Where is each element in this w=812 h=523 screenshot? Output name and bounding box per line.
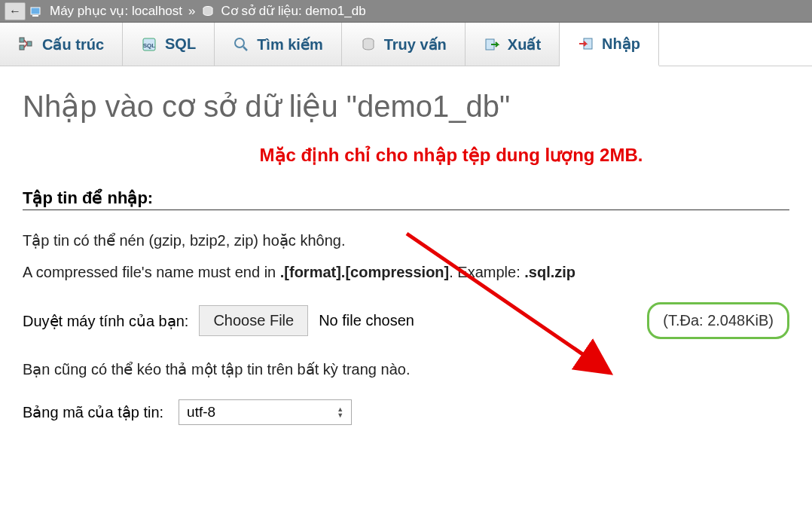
choose-file-button[interactable]: Choose File <box>199 305 308 336</box>
charset-value: utf-8 <box>187 404 215 421</box>
query-icon <box>360 36 377 53</box>
tab-import[interactable]: Nhập <box>560 23 659 66</box>
svg-rect-5 <box>27 41 32 46</box>
breadcrumb-server[interactable]: Máy phục vụ: localhost <box>50 3 182 19</box>
tab-label: Xuất <box>508 35 541 54</box>
tab-structure[interactable]: Cấu trúc <box>0 23 123 66</box>
tab-sql[interactable]: SQL SQL <box>123 23 215 66</box>
charset-row: Bảng mã của tập tin: utf-8 ▲▼ <box>23 399 789 425</box>
select-stepper-icon: ▲▼ <box>337 406 343 418</box>
file-input-row: Duyệt máy tính của bạn: Choose File No f… <box>23 302 789 339</box>
export-icon <box>484 36 500 53</box>
tab-label: Nhập <box>602 35 640 53</box>
tab-label: Truy vấn <box>384 35 447 54</box>
breadcrumb-database[interactable]: Cơ sở dữ liệu: demo1_db <box>221 3 365 19</box>
format-example: .sql.zip <box>524 264 575 280</box>
arrow-left-icon: ← <box>9 5 21 18</box>
sql-icon: SQL <box>141 36 157 53</box>
max-size-box: (T.Đa: 2.048KiB) <box>647 302 789 339</box>
format-prefix: A compressed file's name must end in <box>23 264 280 280</box>
charset-select[interactable]: utf-8 ▲▼ <box>179 399 352 425</box>
annotation-text: Mặc định chỉ cho nhập tệp dung lượng 2MB… <box>113 145 789 166</box>
svg-line-7 <box>24 44 27 47</box>
svg-point-10 <box>235 38 244 47</box>
server-icon <box>30 5 44 17</box>
search-icon <box>233 36 249 53</box>
svg-line-6 <box>24 40 27 44</box>
no-file-chosen: No file chosen <box>319 312 414 329</box>
svg-rect-3 <box>20 38 24 42</box>
section-title: Tập tin để nhập: <box>23 188 789 210</box>
dragdrop-info: Bạn cũng có thể kéo thả một tập tin trên… <box>23 357 789 381</box>
tab-label: Cấu trúc <box>42 35 104 54</box>
compress-info: Tập tin có thể nén (gzip, bzip2, zip) ho… <box>23 228 789 252</box>
svg-rect-4 <box>20 45 24 50</box>
tab-export[interactable]: Xuất <box>466 23 560 66</box>
tab-label: Tìm kiếm <box>257 35 323 54</box>
tab-bar: Cấu trúc SQL SQL Tìm kiếm Truy vấn Xuất … <box>0 23 812 66</box>
database-icon <box>201 5 215 17</box>
breadcrumb-bar: ← Máy phục vụ: localhost » Cơ sở dữ liệu… <box>0 0 812 23</box>
page-title: Nhập vào cơ sở dữ liệu "demo1_db" <box>23 89 789 124</box>
main-content: Nhập vào cơ sở dữ liệu "demo1_db" Mặc đị… <box>0 66 812 433</box>
back-button[interactable]: ← <box>5 2 26 20</box>
svg-rect-0 <box>31 8 40 14</box>
breadcrumb-separator: » <box>188 4 195 19</box>
charset-label: Bảng mã của tập tin: <box>23 403 163 421</box>
browse-label: Duyệt máy tính của bạn: <box>23 312 188 330</box>
tab-label: SQL <box>165 35 196 53</box>
svg-line-11 <box>243 47 247 50</box>
breadcrumb: Máy phục vụ: localhost » Cơ sở dữ liệu: … <box>30 3 366 19</box>
format-example-label: . Example: <box>449 264 524 280</box>
format-pattern: .[format].[compression] <box>280 264 449 280</box>
tab-search[interactable]: Tìm kiếm <box>215 23 342 66</box>
svg-rect-1 <box>32 15 38 17</box>
tab-query[interactable]: Truy vấn <box>342 23 466 66</box>
structure-icon <box>18 36 35 53</box>
import-icon <box>578 35 594 52</box>
format-info: A compressed file's name must end in .[f… <box>23 260 789 284</box>
svg-text:SQL: SQL <box>143 42 156 49</box>
